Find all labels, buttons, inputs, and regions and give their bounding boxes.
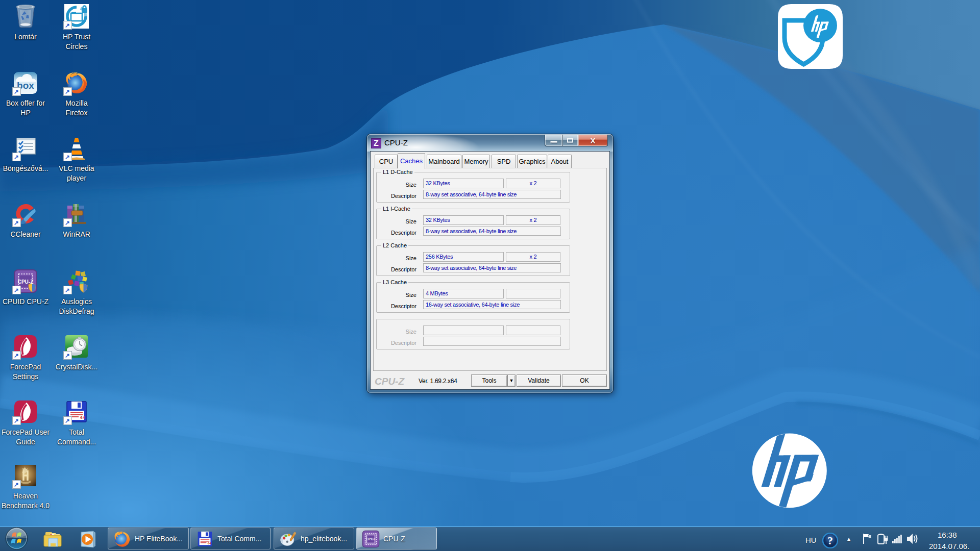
svg-text:?: ? [827,534,833,547]
svg-text:64: 64 [208,542,211,545]
svg-text:64: 64 [80,415,85,420]
svg-text:CPUZ: CPUZ [366,537,376,541]
